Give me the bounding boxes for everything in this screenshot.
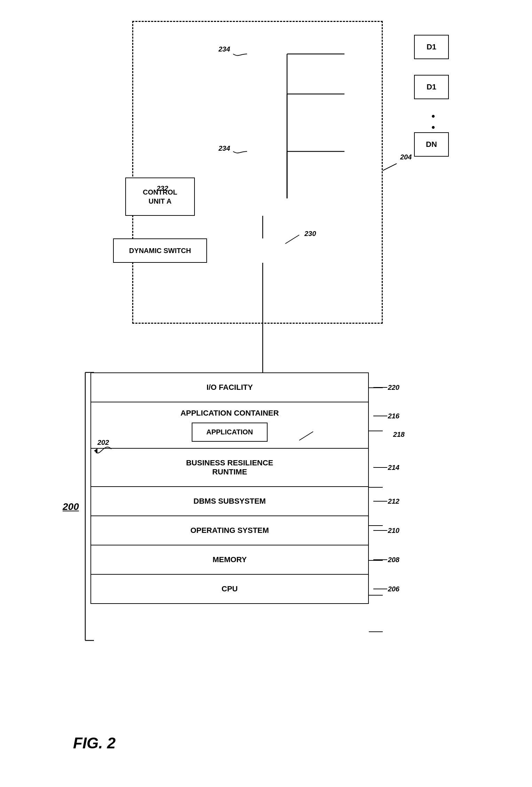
layer-business-resilience: BUSINESS RESILIENCERUNTIME 214 bbox=[91, 449, 368, 487]
ref-234-bottom: 234 bbox=[219, 144, 230, 152]
disk-dn: DN bbox=[414, 132, 449, 157]
dynamic-switch: DYNAMIC SWITCH bbox=[113, 238, 207, 263]
ref-206: 206 bbox=[388, 585, 399, 593]
main-system: I/O FACILITY 220 APPLICATION CONTAINER A… bbox=[90, 372, 369, 604]
ref-232: 232 bbox=[157, 184, 168, 192]
ref-204: 204 bbox=[400, 153, 412, 161]
ref-234-top: 234 bbox=[219, 45, 230, 53]
ref-220: 220 bbox=[388, 384, 399, 392]
application-box: APPLICATION bbox=[192, 423, 268, 442]
ref-218: 218 bbox=[393, 431, 405, 439]
svg-line-8 bbox=[383, 164, 397, 171]
ref-202: 202 bbox=[97, 439, 109, 447]
ref-200: 200 bbox=[63, 501, 79, 512]
ref-212: 212 bbox=[388, 497, 399, 505]
disk-d1-top: D1 bbox=[414, 35, 449, 59]
ref-216: 216 bbox=[388, 412, 399, 420]
ref-210: 210 bbox=[388, 527, 399, 535]
layer-io-facility: I/O FACILITY 220 bbox=[91, 373, 368, 402]
layer-dbms-subsystem: DBMS SUBSYSTEM 212 bbox=[91, 487, 368, 516]
figure-label: FIG. 2 bbox=[73, 734, 116, 752]
layer-app-container: APPLICATION CONTAINER APPLICATION 216 21… bbox=[91, 402, 368, 449]
disk-d1-bottom: D1 bbox=[414, 75, 449, 99]
layer-memory: MEMORY 208 bbox=[91, 545, 368, 575]
ref-208: 208 bbox=[388, 556, 399, 564]
ref-214: 214 bbox=[388, 464, 399, 472]
control-unit-a: CONTROLUNIT A bbox=[125, 178, 195, 216]
ref-230: 230 bbox=[304, 230, 316, 238]
layer-operating-system: OPERATING SYSTEM 210 bbox=[91, 516, 368, 545]
layer-cpu: CPU 206 bbox=[91, 575, 368, 603]
dashed-outer-box bbox=[132, 21, 383, 324]
